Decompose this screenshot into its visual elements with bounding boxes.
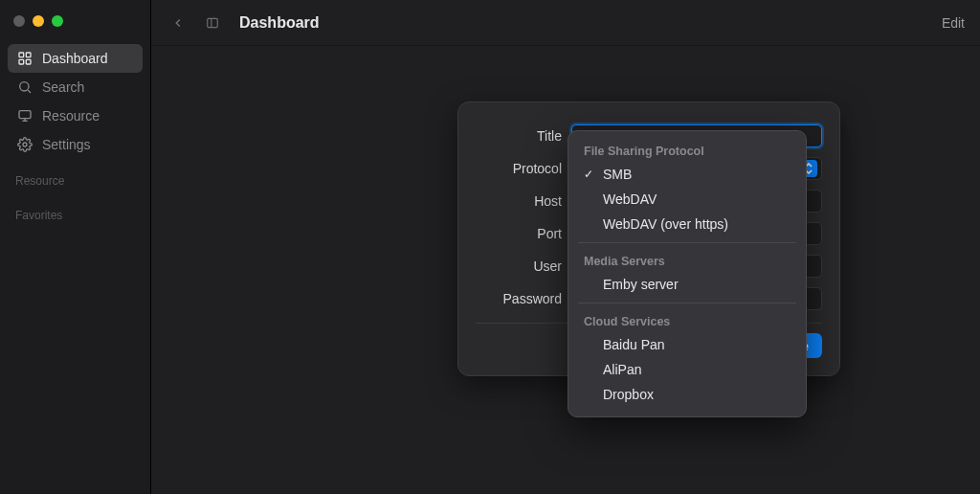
page-title: Dashboard: [239, 14, 320, 32]
menu-item-smb[interactable]: ✓ SMB: [568, 162, 806, 187]
menu-item-dropbox[interactable]: Dropbox: [568, 382, 806, 407]
menu-item-emby[interactable]: Emby server: [568, 272, 806, 297]
sidebar-item-resource[interactable]: Resource: [8, 101, 143, 130]
sidebar-item-label: Search: [42, 79, 84, 95]
menu-item-label: WebDAV: [603, 191, 657, 207]
sidebar-item-settings[interactable]: Settings: [8, 130, 143, 159]
menu-separator: [578, 242, 796, 243]
menu-item-webdav[interactable]: WebDAV: [568, 187, 806, 212]
password-label: Password: [476, 291, 571, 306]
dashboard-icon: [17, 51, 33, 66]
sidebar-item-search[interactable]: Search: [8, 73, 143, 101]
menu-item-label: Emby server: [603, 277, 679, 292]
sidebar-item-label: Settings: [42, 137, 91, 152]
window-controls: [0, 10, 150, 44]
toolbar: Dashboard Edit: [151, 0, 980, 46]
svg-rect-0: [19, 53, 24, 57]
menu-item-alipan[interactable]: AliPan: [568, 357, 806, 382]
resource-icon: [17, 108, 33, 124]
svg-rect-10: [208, 18, 218, 27]
menu-item-label: Dropbox: [603, 387, 654, 402]
settings-icon: [17, 137, 33, 152]
back-button[interactable]: [167, 11, 189, 34]
menu-separator: [578, 303, 796, 303]
host-label: Host: [476, 193, 571, 209]
svg-rect-1: [26, 53, 31, 57]
menu-item-webdav-https[interactable]: WebDAV (over https): [568, 212, 806, 236]
svg-rect-2: [19, 59, 24, 64]
title-label: Title: [476, 128, 571, 144]
svg-line-5: [28, 90, 31, 93]
close-window-button[interactable]: [13, 15, 25, 27]
sidebar-section-favorites: Favorites: [0, 193, 150, 228]
menu-header-cloud: Cloud Services: [568, 309, 806, 332]
svg-rect-3: [26, 59, 31, 64]
toggle-sidebar-button[interactable]: [201, 11, 224, 34]
user-label: User: [476, 258, 571, 274]
svg-rect-6: [19, 111, 31, 119]
main-area: Dashboard Edit Title Protocol SMB: [151, 0, 980, 494]
menu-header-media: Media Servers: [568, 249, 806, 272]
minimize-window-button[interactable]: [33, 15, 44, 27]
sidebar: Dashboard Search Resource Settings: [0, 0, 151, 494]
menu-item-label: WebDAV (over https): [603, 216, 728, 232]
zoom-window-button[interactable]: [52, 15, 63, 27]
check-icon: ✓: [582, 168, 595, 181]
sidebar-item-label: Resource: [42, 108, 100, 124]
sidebar-item-dashboard[interactable]: Dashboard: [8, 44, 143, 73]
menu-header-file-sharing: File Sharing Protocol: [568, 139, 806, 162]
sidebar-item-label: Dashboard: [42, 51, 108, 66]
protocol-menu: File Sharing Protocol ✓ SMB WebDAV WebDA…: [568, 130, 807, 417]
menu-item-label: SMB: [603, 167, 632, 182]
svg-point-9: [23, 143, 27, 146]
menu-item-baidu-pan[interactable]: Baidu Pan: [568, 332, 806, 357]
port-label: Port: [476, 226, 571, 241]
sidebar-nav: Dashboard Search Resource Settings: [0, 44, 150, 159]
search-icon: [17, 79, 33, 95]
menu-item-label: AliPan: [603, 362, 641, 377]
menu-item-label: Baidu Pan: [603, 337, 665, 352]
protocol-label: Protocol: [476, 161, 571, 176]
sidebar-section-resource: Resource: [0, 159, 150, 193]
app-window: Dashboard Search Resource Settings: [0, 0, 980, 494]
svg-point-4: [20, 82, 29, 91]
edit-button[interactable]: Edit: [942, 15, 965, 31]
